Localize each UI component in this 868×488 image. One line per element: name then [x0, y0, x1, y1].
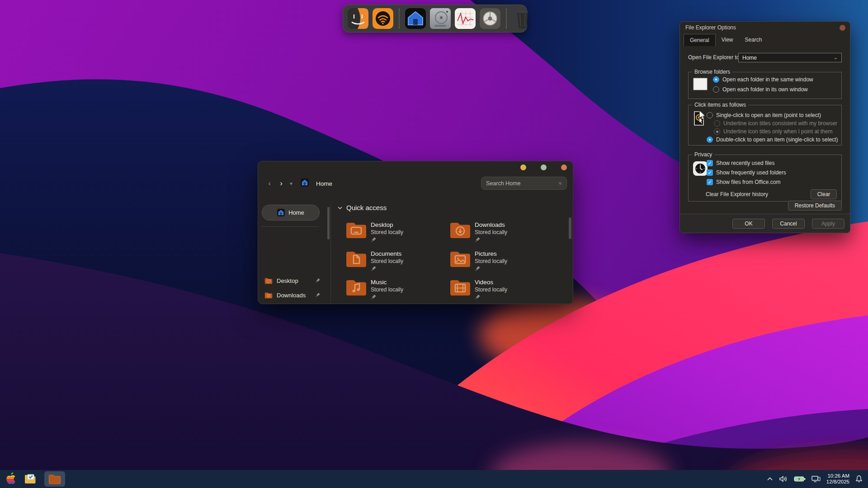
file-explorer-taskbar-button[interactable] — [44, 471, 65, 487]
dialog-title: File Explorer Options — [685, 24, 736, 31]
mouse-cursor — [698, 110, 708, 122]
pin-icon — [371, 266, 377, 272]
file-explorer-icon — [48, 474, 61, 484]
quick-access-item-pictures[interactable]: Pictures Stored locally — [449, 250, 507, 273]
pictures-folder-icon — [449, 250, 471, 268]
cancel-button[interactable]: Cancel — [772, 219, 805, 229]
dock — [343, 5, 527, 33]
quick-access-item-downloads[interactable]: Downloads Stored locally — [449, 221, 507, 244]
checkbox-icon[interactable]: ✓ — [707, 169, 713, 176]
option-own-window[interactable]: Open each folder in its own window — [713, 86, 808, 93]
option-underline-point: Underline icon titles only when I point … — [714, 128, 832, 135]
explorer-sidebar: Home Desktop Downloads Documents — [258, 202, 330, 304]
activity-monitor-dock-icon[interactable] — [455, 8, 476, 29]
explorer-content: Quick access Desktop Stored locally Down… — [331, 202, 573, 304]
folder-icon — [264, 292, 273, 299]
start-apple-icon[interactable] — [5, 473, 16, 485]
search-input[interactable] — [486, 180, 559, 187]
window-controls — [520, 164, 567, 170]
dock-separator — [506, 9, 507, 28]
close-button[interactable] — [561, 164, 567, 170]
open-to-select[interactable]: Home ⌄ — [738, 53, 842, 62]
option-same-window[interactable]: Open each folder in the same window — [713, 76, 813, 83]
search-box[interactable] — [481, 177, 567, 190]
sidebar-scrollbar[interactable] — [327, 207, 330, 239]
sidebar-item-home[interactable]: Home — [262, 205, 320, 221]
breadcrumb[interactable]: Home — [316, 180, 332, 187]
restore-defaults-button[interactable]: Restore Defaults — [788, 201, 842, 211]
radio-icon — [714, 128, 720, 135]
pin-icon — [475, 266, 481, 272]
downloads-folder-icon — [449, 221, 471, 239]
videos-folder-icon — [449, 278, 471, 296]
clear-button[interactable]: Clear — [811, 189, 837, 199]
browse-folders-group: Browse folders Open each folder in the s… — [688, 72, 842, 99]
sidebar-home-label: Home — [288, 209, 304, 216]
content-scrollbar[interactable] — [569, 217, 571, 239]
forward-button[interactable]: › — [275, 179, 287, 188]
sidebar-item-documents[interactable]: Documents — [264, 304, 324, 304]
quick-access-header[interactable]: Quick access — [337, 204, 387, 211]
desktop: ‹ › ▾ Home — [0, 0, 868, 488]
click-items-group: Click items as follows Single-click to o… — [688, 105, 842, 145]
dialog-tabs: General View Search — [684, 34, 768, 46]
desktop-folder-icon — [345, 221, 367, 239]
quick-access-item-videos[interactable]: Videos Stored locally — [449, 278, 507, 302]
battery-charging-icon[interactable] — [794, 476, 806, 482]
clock-time: 10:26 AM — [826, 473, 849, 479]
open-to-label: Open File Explorer to: — [688, 54, 741, 61]
checkbox-frequent-folders[interactable]: ✓ Show frequently used folders — [707, 169, 786, 176]
sidebar-item-desktop[interactable]: Desktop — [264, 275, 324, 286]
minimize-button[interactable] — [520, 164, 526, 170]
chevron-down-icon: ⌄ — [834, 55, 838, 61]
radio-icon[interactable] — [707, 112, 713, 118]
back-button[interactable]: ‹ — [264, 179, 275, 188]
radio-icon[interactable] — [713, 76, 719, 83]
tray-chevron-up-icon[interactable] — [767, 477, 773, 481]
quick-access-item-documents[interactable]: Documents Stored locally — [345, 250, 403, 273]
ok-button[interactable]: OK — [732, 219, 765, 229]
maximize-button[interactable] — [541, 164, 547, 170]
tab-view[interactable]: View — [716, 34, 739, 46]
option-single-click[interactable]: Single-click to open an item (point to s… — [707, 112, 821, 118]
pin-icon — [315, 292, 321, 298]
checkbox-office-files[interactable]: ✓ Show files from Office.com — [707, 179, 781, 185]
sidebar-item-downloads[interactable]: Downloads — [264, 289, 324, 301]
pin-icon — [371, 294, 377, 300]
dock-separator — [399, 9, 400, 28]
quick-access-item-desktop[interactable]: Desktop Stored locally — [345, 221, 403, 244]
music-folder-icon — [345, 278, 367, 296]
checkbox-recent-files[interactable]: ✓ Show recently used files — [707, 160, 774, 166]
tab-search[interactable]: Search — [739, 34, 768, 46]
finder-dock-icon[interactable] — [348, 8, 368, 29]
home-icon — [277, 209, 285, 216]
apply-button[interactable]: Apply — [812, 219, 844, 229]
quick-access-item-music[interactable]: Music Stored locally — [345, 278, 403, 302]
mail-check-app-icon[interactable] — [24, 474, 36, 484]
history-dropdown-icon[interactable]: ▾ — [287, 181, 295, 187]
radio-icon — [714, 120, 720, 127]
settings-dock-icon[interactable] — [480, 8, 500, 29]
pin-icon — [475, 237, 481, 243]
option-double-click[interactable]: Double-click to open an item (single-cli… — [707, 136, 838, 143]
network-display-icon[interactable] — [811, 475, 821, 483]
radio-icon[interactable] — [707, 136, 713, 143]
volume-icon[interactable] — [779, 475, 788, 483]
tab-general[interactable]: General — [684, 34, 716, 46]
search-icon — [559, 180, 562, 187]
privacy-group: Privacy ✓ Show recently used files ✓ Sho… — [688, 155, 842, 202]
documents-folder-icon — [345, 250, 367, 268]
checkbox-icon[interactable]: ✓ — [707, 160, 713, 166]
checkbox-icon[interactable]: ✓ — [707, 179, 713, 185]
home-app-dock-icon[interactable] — [405, 8, 426, 29]
hard-drive-dock-icon[interactable] — [430, 8, 451, 29]
pin-icon — [371, 237, 377, 243]
taskbar-clock[interactable]: 10:26 AM 12/8/2025 — [826, 473, 849, 485]
sidebar-divider — [262, 226, 319, 227]
dialog-close-button[interactable] — [840, 25, 845, 31]
wifi-app-dock-icon[interactable] — [373, 8, 393, 29]
trash-dock-icon[interactable] — [512, 8, 533, 29]
folder-icon — [264, 277, 273, 284]
notifications-bell-icon[interactable] — [855, 475, 863, 483]
radio-icon[interactable] — [713, 86, 719, 93]
